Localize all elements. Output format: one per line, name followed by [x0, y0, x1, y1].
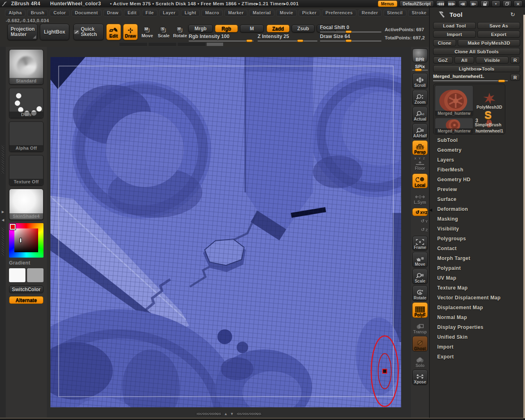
menu-item[interactable]: Document [71, 9, 102, 16]
zadd-toggle[interactable]: Zadd [267, 25, 290, 32]
menus-button[interactable]: Menus [378, 0, 397, 7]
color-swatches[interactable] [9, 268, 43, 282]
subpalette-header[interactable]: FiberMesh [430, 165, 523, 175]
focal-shift-slider[interactable]: Focal Shift 0 [320, 25, 381, 32]
menu-item[interactable]: Layer [159, 9, 179, 16]
collapse-right-tray-icon[interactable]: ▮▮▮▸ [447, 0, 456, 7]
subpalette-header[interactable]: UV Map [430, 273, 523, 283]
aahalf-button[interactable]: AAHalf [412, 123, 428, 139]
scale-mode-button[interactable]: ▢SScale [156, 24, 171, 40]
subpalette-header[interactable]: Contact [430, 244, 523, 253]
lock-icon[interactable] [480, 0, 489, 7]
previous-tool-thumbnail[interactable]: Merged_hunterw [435, 118, 473, 134]
dock-left-icon[interactable]: ◂▣ [458, 0, 467, 7]
subpalette-header[interactable]: SubTool [430, 135, 523, 145]
menu-item[interactable]: Stencil [383, 9, 406, 16]
window-right-edge[interactable] [523, 15, 525, 420]
solo-button[interactable]: Solo [412, 353, 428, 368]
subpalette-header[interactable]: Masking [430, 214, 523, 224]
spix-slider[interactable]: SPix [412, 64, 428, 71]
alternate-button[interactable]: Alternate [9, 296, 43, 304]
scale-3d-button[interactable]: Scale [412, 269, 428, 284]
menu-item[interactable]: Brush [27, 9, 48, 16]
active-tool-r-button[interactable]: R [510, 74, 520, 81]
rotate-xyz-button[interactable]: ↺ XYZ [412, 208, 428, 216]
clone-all-subtools-button[interactable]: Clone All SubTools [433, 48, 520, 55]
subpalette-header[interactable]: Preview [430, 185, 523, 194]
move-3d-button[interactable]: Move [412, 252, 428, 267]
left-divider[interactable]: ▶ ◀ [0, 47, 6, 418]
save-as-button[interactable]: Save As [477, 22, 520, 29]
subpalette-header[interactable]: Visibility [430, 224, 523, 234]
goz-r-button[interactable]: R [510, 57, 520, 64]
lightbox-button[interactable]: LightBox [40, 24, 69, 40]
make-polymesh3d-button[interactable]: Make PolyMesh3D [458, 39, 520, 46]
ghost-button[interactable]: Ghost [412, 336, 428, 352]
z-intensity-slider[interactable]: Z Intensity 25 [258, 34, 317, 41]
lsym-button[interactable]: L.Sym [412, 191, 428, 205]
menu-item[interactable]: Render [358, 9, 382, 16]
menu-item[interactable]: Alpha [5, 9, 25, 16]
menu-item[interactable]: Stroke [408, 9, 430, 16]
goz-button[interactable]: GoZ [433, 57, 453, 64]
goz-all-button[interactable]: All [454, 57, 474, 64]
mrgb-toggle[interactable]: Mrgb [188, 25, 213, 32]
subpalette-header[interactable]: Geometry HD [430, 175, 523, 185]
menu-item[interactable]: Color [50, 9, 69, 16]
canvas-zoom-strip[interactable] [119, 42, 224, 46]
current-stroke[interactable]: Dots [9, 88, 43, 118]
window-bottom-edge[interactable] [0, 418, 525, 420]
load-tool-button[interactable]: Load Tool [433, 22, 476, 29]
menu-item[interactable]: Draw [103, 9, 122, 16]
quick-sketch-button[interactable]: Quick Sketch [73, 24, 104, 40]
menu-item[interactable]: Material [249, 9, 274, 16]
subpalette-header[interactable]: Polypaint [430, 263, 523, 273]
rotate-mode-button[interactable]: ▢RRotate [173, 24, 187, 40]
rgb-intensity-slider[interactable]: Rgb Intensity 100 [189, 34, 253, 41]
rotate-y-button[interactable]: ↺ Y [412, 217, 428, 225]
menu-item[interactable]: Picker [299, 9, 320, 16]
persp-button[interactable]: Persp [412, 140, 428, 155]
alt-color-swatch[interactable] [27, 268, 43, 282]
simplebrush-tool[interactable]: S SimpleBrush [473, 109, 503, 127]
subpalette-header[interactable]: Unified Skin [430, 332, 523, 342]
saturation-square[interactable] [14, 228, 38, 252]
floor-button[interactable]: X Y Z Floor [412, 156, 428, 171]
tray-down-icon[interactable]: ▼ [230, 412, 234, 416]
scroll-button[interactable]: Scroll [412, 73, 428, 89]
lightbox-tools-button[interactable]: Lightbox▸Tools [433, 65, 520, 72]
edit-mode-button[interactable]: ▱✎Edit [106, 24, 121, 40]
divider-arrow-icon[interactable]: ▶ [2, 210, 4, 214]
menu-item[interactable]: Edit [124, 9, 140, 16]
current-brush[interactable]: Standard [9, 49, 43, 84]
minimize-icon[interactable]: ▼ [491, 0, 500, 7]
subpalette-header[interactable]: Normal Map [430, 313, 523, 322]
move-mode-button[interactable]: ▢MMove [140, 24, 155, 40]
rotate-z-button[interactable]: ↺ Z [412, 226, 428, 233]
draw-mode-button[interactable]: -¦-Draw [123, 24, 138, 40]
active-tool-slider[interactable]: Merged_hunterwheel1. R [433, 74, 520, 82]
collapse-left-tray-icon[interactable]: ◂▮▮▮ [436, 0, 445, 7]
subpalette-header[interactable]: Import [430, 342, 523, 352]
bpr-render-button[interactable]: BPR [412, 48, 428, 62]
menu-item[interactable]: Preferences [322, 9, 356, 16]
actual-size-button[interactable]: x1 Actual [412, 107, 428, 122]
zoom-button[interactable]: Zoom [412, 90, 428, 105]
frame-button[interactable]: Frame [412, 236, 428, 251]
restore-icon[interactable] [502, 0, 511, 7]
close-icon[interactable]: × [514, 0, 523, 7]
menu-item[interactable]: Marker [224, 9, 247, 16]
subpalette-header[interactable]: Geometry [430, 145, 523, 155]
dock-right-icon[interactable]: ▣▸ [469, 0, 478, 7]
subpalette-header[interactable]: Polygroups [430, 234, 523, 244]
menu-item[interactable]: Movie [276, 9, 297, 16]
projection-master-button[interactable]: Projection Master [7, 24, 38, 40]
current-tool-thumbnail[interactable]: Merged_hunterw [435, 85, 473, 116]
current-alpha[interactable]: Alpha Off [9, 121, 43, 152]
rgb-toggle[interactable]: Rgb [215, 25, 238, 32]
default-zscript-button[interactable]: DefaultZScript [399, 0, 434, 7]
export-button[interactable]: Export [477, 31, 520, 38]
color-picker[interactable] [9, 223, 43, 258]
document-3d-view[interactable] [50, 57, 401, 407]
m-toggle[interactable]: M [240, 25, 264, 32]
